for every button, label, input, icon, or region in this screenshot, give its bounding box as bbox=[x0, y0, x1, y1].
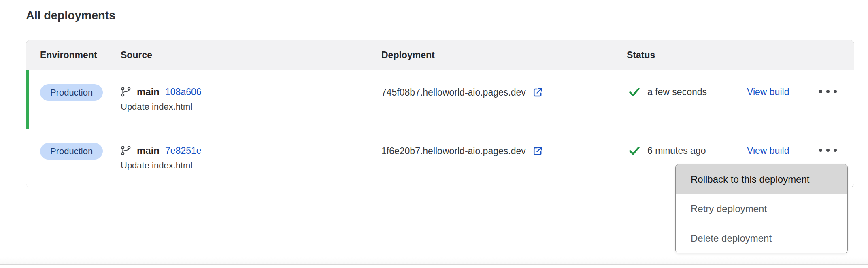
external-link-icon[interactable] bbox=[532, 87, 543, 98]
branch-name: main bbox=[137, 86, 160, 98]
commit-link[interactable]: 108a606 bbox=[165, 87, 202, 98]
commit-link[interactable]: 7e8251e bbox=[165, 145, 202, 156]
status-time: a few seconds bbox=[647, 87, 707, 98]
commit-message: Update index.html bbox=[121, 160, 381, 171]
row-actions-button[interactable] bbox=[817, 145, 839, 155]
deployment-cell: 1f6e20b7.helloworld-aio.pages.dev bbox=[381, 129, 627, 157]
check-icon bbox=[628, 145, 640, 157]
column-header-environment: Environment bbox=[40, 50, 121, 61]
deployment-actions-menu: Rollback to this deployment Retry deploy… bbox=[675, 164, 848, 253]
environment-cell: Production bbox=[40, 70, 121, 101]
external-link-icon[interactable] bbox=[532, 145, 543, 157]
status-time: 6 minutes ago bbox=[647, 145, 706, 156]
column-header-deployment: Deployment bbox=[381, 50, 627, 61]
section-divider bbox=[0, 264, 868, 265]
git-branch-icon bbox=[121, 145, 131, 156]
environment-badge: Production bbox=[40, 143, 103, 160]
row-actions-button[interactable] bbox=[817, 87, 839, 96]
environment-cell: Production bbox=[40, 129, 121, 160]
table-header: Environment Source Deployment Status bbox=[26, 40, 854, 70]
deployment-url: 745f08b7.helloworld-aio.pages.dev bbox=[381, 87, 526, 98]
column-header-source: Source bbox=[121, 50, 381, 61]
source-cell: main 7e8251e Update index.html bbox=[121, 129, 381, 171]
menu-item-retry[interactable]: Retry deployment bbox=[676, 194, 847, 223]
page-title: All deployments bbox=[26, 9, 115, 22]
menu-item-rollback[interactable]: Rollback to this deployment bbox=[676, 164, 847, 194]
status-cell: a few seconds bbox=[627, 70, 747, 98]
deployment-url: 1f6e20b7.helloworld-aio.pages.dev bbox=[381, 146, 526, 157]
bottom-fade bbox=[0, 257, 868, 264]
view-build-link[interactable]: View build bbox=[747, 145, 789, 156]
branch-name: main bbox=[137, 145, 160, 156]
menu-item-delete[interactable]: Delete deployment bbox=[676, 223, 847, 253]
table-row: Production main 108a606 Update index.htm… bbox=[26, 70, 854, 129]
column-header-status: Status bbox=[627, 50, 747, 61]
environment-badge: Production bbox=[40, 84, 103, 101]
source-cell: main 108a606 Update index.html bbox=[121, 70, 381, 112]
commit-message: Update index.html bbox=[121, 102, 381, 112]
git-branch-icon bbox=[121, 87, 131, 97]
check-icon bbox=[628, 86, 640, 98]
status-cell: 6 minutes ago bbox=[627, 129, 747, 157]
view-build-link[interactable]: View build bbox=[747, 87, 789, 97]
deployment-cell: 745f08b7.helloworld-aio.pages.dev bbox=[381, 70, 627, 98]
